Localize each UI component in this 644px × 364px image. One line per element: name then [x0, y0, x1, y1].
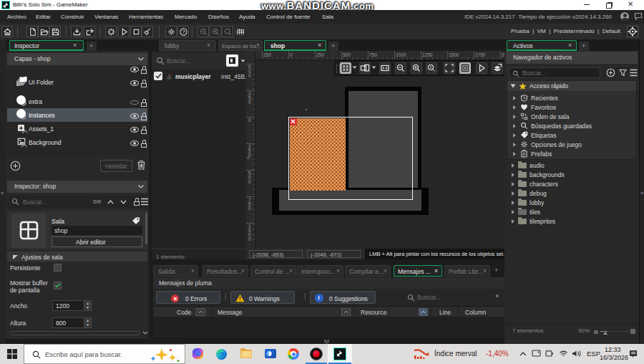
- svg-text:?: ?: [182, 29, 185, 35]
